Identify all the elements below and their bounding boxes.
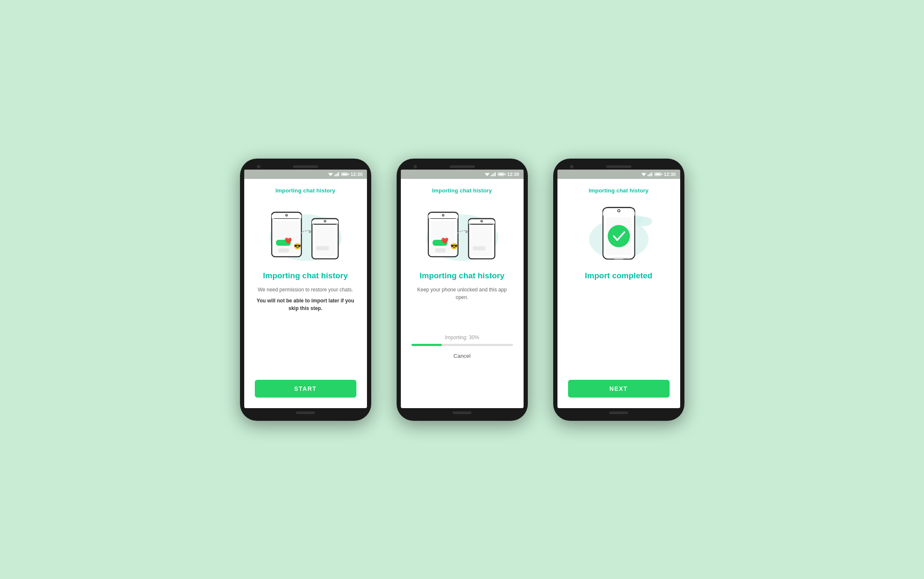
home-button-3 bbox=[609, 412, 628, 414]
svg-text:😎: 😎 bbox=[450, 243, 458, 250]
svg-point-48 bbox=[607, 225, 630, 247]
svg-rect-36 bbox=[473, 246, 485, 250]
illustration-2: ❤️ 😎 bbox=[411, 200, 513, 263]
svg-marker-20 bbox=[485, 174, 489, 176]
screen-heading-1: Importing chat history bbox=[263, 271, 348, 281]
signal-icon-2 bbox=[491, 172, 496, 176]
svg-text:❤️: ❤️ bbox=[284, 237, 292, 244]
phones-transfer-svg-1: ❤️ 😎 bbox=[263, 200, 348, 263]
progress-label: Importing: 30% bbox=[445, 335, 479, 340]
start-button[interactable]: START bbox=[255, 380, 356, 398]
screen-header-title-3: Importing chat history bbox=[589, 187, 649, 194]
wifi-icon-3 bbox=[641, 172, 646, 176]
svg-rect-28 bbox=[435, 248, 446, 252]
screen-body-2: Keep your phone unlocked and this app op… bbox=[411, 286, 513, 301]
phone-top-bezel-2 bbox=[401, 163, 524, 170]
progress-bar-fill bbox=[411, 344, 442, 346]
screen-body-1: We need permission to restore your chats… bbox=[258, 286, 353, 294]
progress-section: Importing: 30% Cancel bbox=[411, 305, 513, 389]
next-button[interactable]: NEXT bbox=[568, 380, 670, 398]
phone-camera-1 bbox=[257, 165, 260, 168]
phone-speaker-3 bbox=[606, 165, 632, 168]
screen-heading-2: Importing chat history bbox=[419, 271, 505, 281]
svg-text:😎: 😎 bbox=[293, 243, 301, 250]
phones-transfer-svg-2: ❤️ 😎 bbox=[420, 200, 505, 263]
svg-rect-16 bbox=[314, 226, 336, 256]
svg-rect-5 bbox=[272, 215, 301, 218]
svg-rect-49 bbox=[614, 257, 623, 259]
phones-container: 12:30 Importing chat history bbox=[240, 159, 684, 421]
battery-icon-1 bbox=[341, 173, 348, 176]
phone-screen-2: 12:30 Importing chat history ❤️ bbox=[401, 170, 524, 408]
screen-heading-3: Import completed bbox=[585, 271, 652, 281]
check-svg bbox=[579, 200, 659, 263]
phone-camera-2 bbox=[414, 165, 417, 168]
status-bar-1: 12:30 bbox=[244, 170, 367, 179]
svg-marker-1 bbox=[329, 174, 332, 176]
svg-rect-35 bbox=[471, 226, 492, 256]
phone-start: 12:30 Importing chat history bbox=[240, 159, 371, 421]
phone-complete: 12:30 Importing chat history bbox=[553, 159, 684, 421]
home-button-1 bbox=[296, 412, 315, 414]
phone-bottom-bezel-2 bbox=[401, 408, 524, 417]
phone-bottom-bezel-3 bbox=[557, 408, 680, 417]
cancel-button[interactable]: Cancel bbox=[453, 353, 470, 359]
svg-marker-39 bbox=[642, 174, 645, 176]
screen-header-title-2: Importing chat history bbox=[432, 187, 492, 194]
status-icons-1 bbox=[328, 172, 348, 176]
check-illustration bbox=[579, 200, 659, 263]
signal-icon-1 bbox=[334, 172, 339, 176]
illustration-1: ❤️ 😎 bbox=[255, 200, 356, 263]
battery-icon-2 bbox=[498, 173, 505, 176]
screen-content-1: Importing chat history bbox=[244, 179, 367, 408]
phone-camera-3 bbox=[570, 165, 574, 168]
status-icons-2 bbox=[485, 172, 505, 176]
svg-rect-17 bbox=[316, 246, 329, 250]
status-icons-3 bbox=[641, 172, 661, 176]
wifi-icon-2 bbox=[485, 172, 490, 176]
signal-icon-3 bbox=[648, 172, 652, 176]
status-time-1: 12:30 bbox=[350, 172, 362, 177]
phone-speaker-1 bbox=[293, 165, 318, 168]
phone-bottom-bezel-1 bbox=[244, 408, 367, 417]
status-time-2: 12:30 bbox=[507, 172, 519, 177]
screen-body-bold-1: You will not be able to import later if … bbox=[255, 297, 356, 312]
screen-header-title-1: Importing chat history bbox=[276, 187, 336, 194]
home-button-2 bbox=[452, 412, 472, 414]
progress-bar-container bbox=[411, 344, 513, 346]
phone-progress: 12:30 Importing chat history ❤️ bbox=[397, 159, 528, 421]
status-bar-3: 12:30 bbox=[557, 170, 680, 179]
status-bar-2: 12:30 bbox=[401, 170, 524, 179]
phone-top-bezel-1 bbox=[244, 163, 367, 170]
phone-top-bezel-3 bbox=[557, 163, 680, 170]
status-time-3: 12:30 bbox=[664, 172, 676, 177]
screen-content-3: Importing chat history bbox=[557, 179, 680, 408]
phone-screen-3: 12:30 Importing chat history bbox=[557, 170, 680, 408]
battery-icon-3 bbox=[654, 173, 661, 176]
wifi-icon-1 bbox=[328, 172, 333, 176]
svg-rect-9 bbox=[279, 248, 289, 252]
svg-text:❤️: ❤️ bbox=[441, 237, 448, 244]
phone-screen-1: 12:30 Importing chat history bbox=[244, 170, 367, 408]
screen-content-2: Importing chat history ❤️ 😎 bbox=[401, 179, 524, 408]
svg-rect-24 bbox=[428, 215, 458, 218]
phone-speaker-2 bbox=[450, 165, 475, 168]
